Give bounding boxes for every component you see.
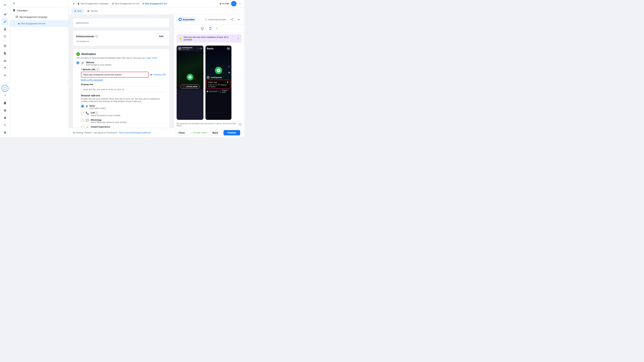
reels-camera-icon[interactable]: 📷 [227, 47, 230, 50]
reels-preview-card: Reels 📷 ♡ ✈ [206, 45, 232, 120]
breadcrumb-adset[interactable]: New Engagement Ad Set [112, 2, 139, 5]
feed-listen-now[interactable]: 🎵 LISTEN NOW [176, 83, 204, 90]
feed-more-icon[interactable]: ⋯ [198, 47, 200, 50]
dropdown-btn[interactable]: ▾ [236, 17, 242, 22]
grid-icon-btn[interactable] [2, 42, 8, 49]
display-link-section: Display link [81, 83, 166, 94]
bell-icon-btn[interactable] [2, 114, 8, 121]
edit-review-bar: Edit Review [69, 7, 244, 15]
settings-icon-btn[interactable] [2, 107, 8, 114]
reels-sponsored-text: Sponsored [209, 90, 217, 92]
feed-username: tomdupreeiii [182, 47, 197, 49]
reels-spotify-icon [215, 67, 222, 74]
addon-call-option[interactable]: 📞 Call i Add a call button on your websi… [81, 111, 166, 117]
help-icon-btn[interactable]: ? [2, 92, 8, 99]
website-radio-text: Website Send people to your website. [86, 61, 112, 66]
preview-check-icon: ✓ [216, 26, 218, 30]
ad-preview-tab[interactable]: Ad preview [176, 17, 196, 22]
charts-icon-btn[interactable] [2, 11, 8, 17]
breadcrumb-ad[interactable]: ■ New Engagement Ad [142, 2, 166, 5]
circle-icon-btn[interactable]: ◯ [2, 85, 8, 92]
website-radio-option[interactable]: 🔗 Website Send people to your website. [76, 61, 166, 66]
destination-learn-more-link[interactable]: Learn more [146, 57, 157, 59]
build-url-param-link[interactable]: Build a URL parameter [81, 79, 103, 81]
bottom-bar-left: By clicking "Publish," you agree to Face… [73, 131, 173, 134]
user-avatar[interactable]: A [231, 1, 236, 6]
mobile-preview-btn[interactable] [208, 26, 213, 31]
search-icon-btn[interactable] [2, 122, 8, 129]
breadcrumb-sep-2: › [140, 2, 141, 5]
enhancements-edit-btn[interactable]: Edit [156, 34, 166, 39]
feed-close-icon[interactable]: ✕ [200, 47, 202, 50]
back-btn[interactable]: Back [209, 130, 222, 136]
banner-chevron-icon[interactable]: ∨ [238, 37, 239, 40]
tab-review[interactable]: Review [84, 8, 100, 13]
addon-whatsapp-option[interactable]: 💬 WhatsApp Add a WhatsApp button on your… [81, 119, 166, 123]
share-btn[interactable] [230, 17, 235, 22]
reels-header: Reels 📷 [206, 45, 232, 51]
close-btn[interactable]: Close [175, 130, 188, 136]
addon-none-text: None Don't add a button. [90, 105, 106, 109]
megaphone-icon-btn[interactable] [2, 65, 8, 71]
listen-now-text: LISTEN NOW [186, 86, 197, 88]
menu-icon-btn[interactable] [2, 72, 8, 79]
people-icon-btn[interactable] [2, 26, 8, 32]
display-link-input[interactable] [81, 87, 166, 92]
reels-heart-icon[interactable]: ♡ [228, 65, 230, 69]
breadcrumb-campaign[interactable]: New Engagement Campaign [78, 2, 108, 5]
website-url-info-icon[interactable]: i [96, 68, 99, 71]
pages2-icon-btn[interactable] [2, 100, 8, 106]
none-x-icon: ⊗ [86, 105, 88, 108]
preview-url-btn[interactable]: Preview URL [150, 73, 166, 76]
time-icon-btn[interactable] [2, 33, 8, 40]
pages-icon-btn[interactable] [2, 50, 8, 57]
reels-send-icon[interactable]: ✈ [228, 71, 230, 74]
reels-actions: ♡ ✈ [228, 65, 230, 74]
sidebar-collapse-btn[interactable]: › [67, 79, 69, 85]
website-url-input[interactable] [81, 72, 149, 78]
sidebar-separator-2 [2, 41, 8, 41]
tab-edit[interactable]: Edit [72, 8, 84, 13]
destination-desc: Tell us where to send people immediately… [76, 57, 166, 59]
breadcrumb-sep-1: › [110, 2, 110, 5]
sidebar-item-campaign[interactable]: Campaigns ⋯ [10, 7, 68, 14]
tab-edit-label: Edit [78, 10, 81, 12]
gear-icon-btn[interactable] [2, 129, 8, 136]
tos-link[interactable]: Terms and Advertising Guidelines [119, 131, 151, 134]
ad-preview-label: Ad preview [183, 18, 194, 21]
instant-exp-icon: ⚡ [86, 125, 89, 128]
meta-logo-icon[interactable]: ∞ [2, 1, 8, 8]
ad-preview-dot-inner [179, 18, 181, 20]
reels-cta-subtext: Listen to 'To The Wolves' on Spotify [208, 84, 229, 88]
desktop-preview-btn[interactable] [200, 26, 205, 31]
sidebar-item-adset[interactable]: New Engagement Campaign ⋯ [10, 14, 68, 20]
reels-cta-box[interactable]: Listen now › ⬆ Listen to 'To The Wolves'… [206, 80, 230, 89]
sidebar-item-ad[interactable]: ■ New Engagement Ad Set ⋯ [10, 20, 68, 27]
breadcrumb-sidebar-toggle[interactable] [72, 1, 76, 6]
edit-icon-btn[interactable] [2, 18, 8, 25]
reels-cta-chevron-icon: › [226, 81, 226, 83]
addon-instant-exp-option[interactable]: ⚡ Instant Experience Send people to a fa… [81, 125, 166, 128]
enhancements-info-icon[interactable]: i [95, 35, 98, 38]
breadcrumb-more-btn[interactable]: ⋯ [238, 2, 242, 5]
advanced-preview-btn[interactable]: Advanced preview [203, 17, 228, 22]
campaign-sidebar: ✕ Campaigns ⋯ New Engagement Campaign ⋯ … [10, 0, 69, 137]
destination-card: ✓ Destination Tell us where to send peop… [73, 49, 170, 128]
addon-none-option[interactable]: ⊗ None Don't add a button. [81, 105, 166, 109]
call-icon: 📞 [86, 111, 89, 115]
call-info-icon[interactable]: i [95, 112, 98, 114]
publish-btn[interactable]: Publish [224, 130, 240, 135]
breadcrumb-bar: New Engagement Campaign › New Engagement… [69, 0, 244, 7]
addon-none-label: None [90, 105, 106, 107]
feed-card-header: T tomdupreeiii Sponsored ⋯ ✕ [176, 45, 204, 51]
audience-icon-btn[interactable] [2, 57, 8, 64]
reels-cta-send-icon: ⬆ [227, 81, 229, 84]
campaign-label: Campaigns [17, 9, 62, 12]
preview-toolbar: ✓ [174, 24, 244, 32]
campaign-close-item[interactable]: ✕ [10, 0, 68, 7]
close-sidebar-btn[interactable]: ✕ [13, 2, 15, 5]
tab-review-label: Review [90, 10, 98, 12]
preview-footer-info-icon[interactable]: i [239, 123, 242, 126]
website-radio-desc: Send people to your website. [86, 64, 112, 66]
all-saved-status: ✓ All edits saved [190, 131, 207, 134]
